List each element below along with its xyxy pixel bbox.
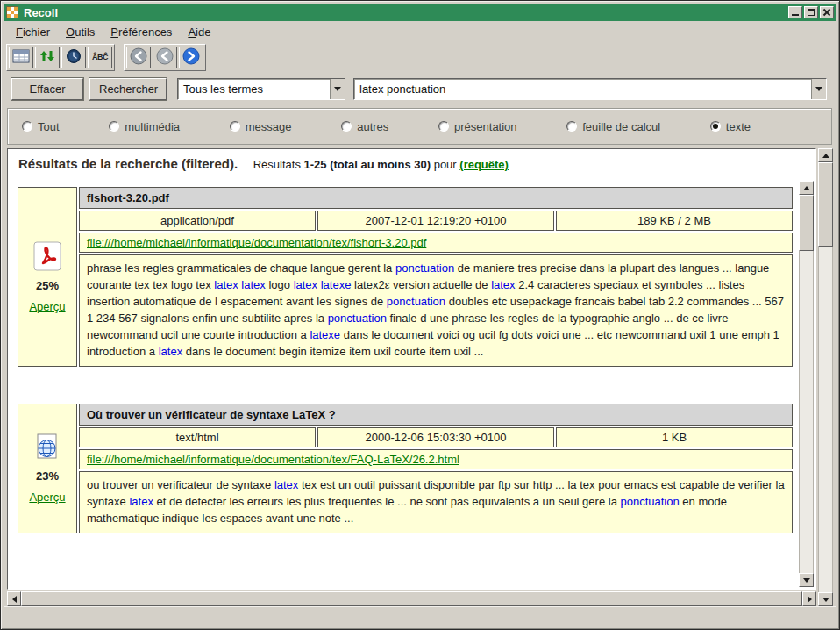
close-button[interactable]: [820, 6, 834, 18]
result-meta-row: text/html 2000-12-06 15:03:30 +0100 1 KB: [79, 427, 793, 447]
nav-back-icon: [156, 47, 174, 68]
results-header: Résultats de la recherche (filtered). Ré…: [8, 149, 815, 175]
radio-icon: [109, 121, 119, 132]
menu-fichier[interactable]: Fichier: [10, 23, 56, 41]
chevron-down-icon[interactable]: [811, 79, 826, 99]
results-count: Résultats 1-25 (total au moins 30) pour …: [253, 158, 509, 171]
spellcheck-icon: ÂBĈ: [92, 53, 108, 61]
filter-radio-texte[interactable]: texte: [710, 120, 751, 133]
category-filter-bar: Tout multimédia message autres présentat…: [7, 108, 832, 145]
search-mode-value: Tous les termes: [178, 82, 330, 96]
results-list-wrap: 25% Aperçu flshort-3.20.pdf application/…: [10, 181, 814, 587]
recoll-window: Recoll Fichier Outils Préférences Aide: [0, 0, 840, 630]
scroll-up-icon[interactable]: [818, 148, 833, 162]
scroll-down-icon[interactable]: [818, 592, 833, 606]
nav-forward-icon: [182, 47, 200, 68]
pdf-icon: [33, 241, 61, 271]
scrollbar-thumb[interactable]: [21, 591, 802, 606]
menu-aide[interactable]: Aide: [182, 23, 217, 41]
query-detail-button[interactable]: [9, 47, 33, 68]
html-globe-icon: [33, 433, 61, 462]
filter-radio-presentation[interactable]: présentation: [438, 120, 517, 133]
sort-arrows-icon: [39, 49, 55, 66]
scrollbar-thumb[interactable]: [818, 162, 833, 247]
result-snippet: ou trouver un verificateur de syntaxe la…: [79, 471, 793, 533]
results-area: Résultats de la recherche (filtered). Ré…: [7, 148, 833, 606]
nav-back-alt-button[interactable]: [153, 47, 177, 68]
chevron-down-icon[interactable]: [330, 79, 345, 99]
result-size: 1 KB: [556, 427, 793, 447]
scrollbar-thumb[interactable]: [799, 195, 814, 251]
preview-link[interactable]: Aperçu: [29, 490, 65, 504]
result-date: 2007-12-01 12:19:20 +0100: [317, 211, 554, 231]
results-panel-scrollbar-horizontal[interactable]: [7, 591, 816, 606]
search-query-input[interactable]: latex ponctuation: [353, 78, 827, 100]
result-item: 25% Aperçu flshort-3.20.pdf application/…: [18, 187, 793, 367]
radio-icon: [710, 121, 721, 132]
result-item: 23% Aperçu Où trouver un vérificateur de…: [18, 404, 793, 533]
scrollbar-track[interactable]: [799, 195, 814, 573]
nav-forward-button[interactable]: [179, 47, 203, 68]
close-icon: [821, 7, 833, 18]
search-mode-select[interactable]: Tous les termes: [177, 78, 345, 100]
preview-link[interactable]: Aperçu: [29, 300, 65, 313]
nav-back-icon: [130, 47, 147, 68]
result-url-link[interactable]: file:///home/michael/informatique/docume…: [87, 453, 459, 466]
history-clock-icon: [66, 48, 82, 67]
toolbar-group-tools: ÂBĈ: [6, 44, 115, 71]
result-side-panel: 25% Aperçu: [18, 187, 77, 367]
minimize-button[interactable]: [788, 6, 802, 18]
clear-button[interactable]: Effacer: [11, 78, 83, 100]
relevance-percent: 25%: [36, 279, 59, 292]
scroll-right-icon[interactable]: [802, 591, 816, 606]
sort-button[interactable]: [35, 47, 60, 68]
filter-radio-feuille-de-calcul[interactable]: feuille de calcul: [566, 120, 660, 133]
results-list: 25% Aperçu flshort-3.20.pdf application/…: [10, 181, 798, 587]
minimize-icon: [792, 14, 799, 16]
result-date: 2000-12-06 15:03:30 +0100: [317, 427, 554, 447]
result-detail: flshort-3.20.pdf application/pdf 2007-12…: [79, 187, 793, 367]
scroll-left-icon[interactable]: [7, 591, 21, 606]
term-explorer-button[interactable]: ÂBĈ: [88, 47, 112, 68]
result-side-panel: 23% Aperçu: [18, 404, 77, 533]
radio-icon: [22, 121, 32, 132]
radio-icon: [566, 121, 577, 132]
results-title: Résultats de la recherche (filtered).: [18, 156, 238, 171]
scroll-up-icon[interactable]: [799, 181, 814, 195]
filter-radio-autres[interactable]: autres: [341, 120, 388, 133]
history-button[interactable]: [61, 47, 86, 68]
toolbar: ÂBĈ: [6, 43, 206, 71]
scrollbar-track[interactable]: [818, 162, 833, 592]
result-url-row: file:///home/michael/informatique/docume…: [79, 233, 793, 253]
result-url-row: file:///home/michael/informatique/docume…: [79, 449, 793, 469]
toolbar-group-navigation: [124, 44, 206, 71]
maximize-button[interactable]: [804, 6, 818, 18]
menubar: Fichier Outils Préférences Aide: [4, 22, 836, 42]
query-link[interactable]: (requête): [459, 158, 509, 171]
result-title: flshort-3.20.pdf: [79, 187, 793, 209]
app-icon[interactable]: [6, 6, 18, 18]
nav-back-button[interactable]: [126, 47, 151, 68]
radio-icon: [230, 121, 240, 132]
window-title: Recoll: [24, 6, 783, 19]
result-detail: Où trouver un vérificateur de syntaxe La…: [79, 404, 793, 533]
scroll-down-icon[interactable]: [799, 573, 814, 587]
table-icon: [12, 49, 30, 66]
search-bar: Effacer Rechercher Tous les termes latex…: [11, 76, 827, 101]
result-url-link[interactable]: file:///home/michael/informatique/docume…: [87, 236, 426, 249]
menu-outils[interactable]: Outils: [60, 23, 101, 41]
filter-radio-multimedia[interactable]: multimédia: [109, 120, 180, 133]
scrollbar-track[interactable]: [21, 591, 802, 606]
results-panel-scrollbar-vertical[interactable]: [818, 148, 833, 606]
filter-radio-tout[interactable]: Tout: [22, 120, 60, 133]
result-meta-row: application/pdf 2007-12-01 12:19:20 +010…: [79, 211, 793, 231]
results-list-scrollbar-vertical[interactable]: [799, 181, 814, 587]
maximize-icon: [808, 9, 815, 16]
titlebar[interactable]: Recoll: [4, 4, 836, 21]
filter-radio-message[interactable]: message: [230, 120, 292, 133]
result-snippet: phrase les regles grammaticales de chaqu…: [79, 254, 793, 367]
search-button[interactable]: Rechercher: [89, 78, 167, 100]
menu-preferences[interactable]: Préférences: [104, 23, 178, 41]
result-mime: application/pdf: [79, 211, 316, 231]
radio-icon: [341, 121, 352, 132]
